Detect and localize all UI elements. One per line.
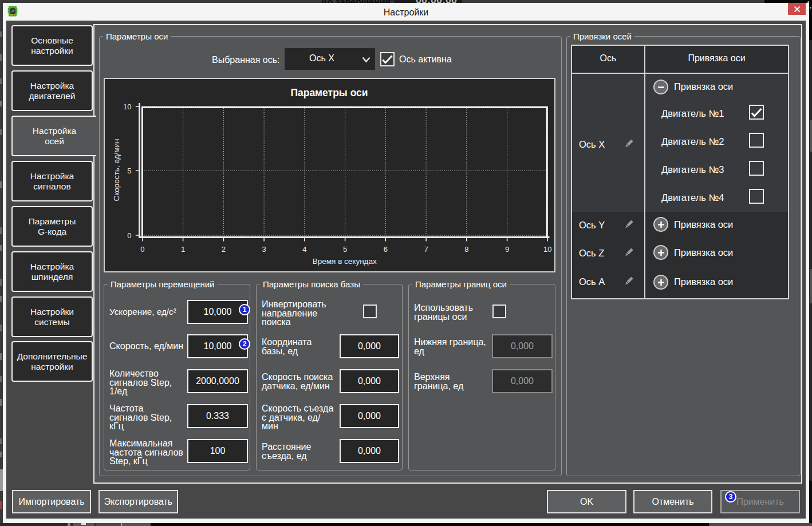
svg-text:8: 8	[464, 245, 468, 254]
svg-text:Скорость, ед/мин: Скорость, ед/мин	[112, 139, 121, 201]
svg-text:3: 3	[262, 245, 266, 254]
svg-text:0: 0	[127, 231, 131, 240]
svg-text:Время в секундах: Время в секундах	[313, 257, 377, 266]
svg-text:9: 9	[505, 245, 509, 254]
svg-text:10: 10	[543, 245, 551, 254]
svg-text:5: 5	[343, 245, 347, 254]
svg-text:7: 7	[424, 245, 428, 254]
svg-text:10: 10	[123, 102, 131, 111]
svg-text:1: 1	[181, 245, 185, 254]
svg-text:5: 5	[127, 167, 131, 175]
svg-text:6: 6	[384, 245, 388, 254]
svg-text:Параметры оси: Параметры оси	[290, 87, 368, 98]
svg-text:4: 4	[302, 245, 306, 254]
svg-text:0: 0	[140, 245, 144, 254]
svg-text:2: 2	[222, 245, 226, 254]
